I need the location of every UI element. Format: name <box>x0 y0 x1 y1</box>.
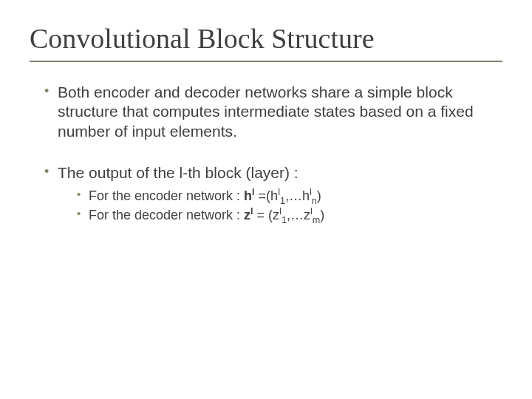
bullet-item-2: The output of the l-th block (layer) : F… <box>44 163 502 225</box>
enc-mid: ,…h <box>285 188 310 203</box>
dec-open: = (z <box>253 208 280 222</box>
enc-sub1: 1 <box>280 196 285 206</box>
enc-sym: h <box>244 188 252 203</box>
sub-bullet-list: For the encoder network : hl =(hl1,…hln)… <box>58 187 502 225</box>
enc-prefix: For the encoder network : <box>89 188 244 203</box>
dec-sym: z <box>244 208 250 222</box>
bullet-text-2: The output of the l-th block (layer) : <box>58 164 299 181</box>
slide: Convolutional Block Structure Both encod… <box>0 0 532 399</box>
dec-close: ) <box>320 208 324 222</box>
title-underline <box>30 61 502 62</box>
enc-close: ) <box>317 188 321 203</box>
slide-title: Convolutional Block Structure <box>30 22 502 55</box>
enc-open: =(h <box>255 188 279 203</box>
dec-mid: ,…z <box>287 208 310 222</box>
dec-prefix: For the decoder network : <box>89 208 244 222</box>
bullet-list: Both encoder and decoder networks share … <box>30 83 502 225</box>
sub-bullet-decoder: For the decoder network : zl = (zl1,…zlm… <box>77 206 502 224</box>
sub-bullet-encoder: For the encoder network : hl =(hl1,…hln) <box>77 187 502 205</box>
enc-subn: n <box>312 196 317 206</box>
bullet-item-1: Both encoder and decoder networks share … <box>44 83 502 141</box>
bullet-text-1: Both encoder and decoder networks share … <box>58 83 474 140</box>
dec-subm: m <box>313 215 321 225</box>
dec-sub1: 1 <box>282 215 287 225</box>
